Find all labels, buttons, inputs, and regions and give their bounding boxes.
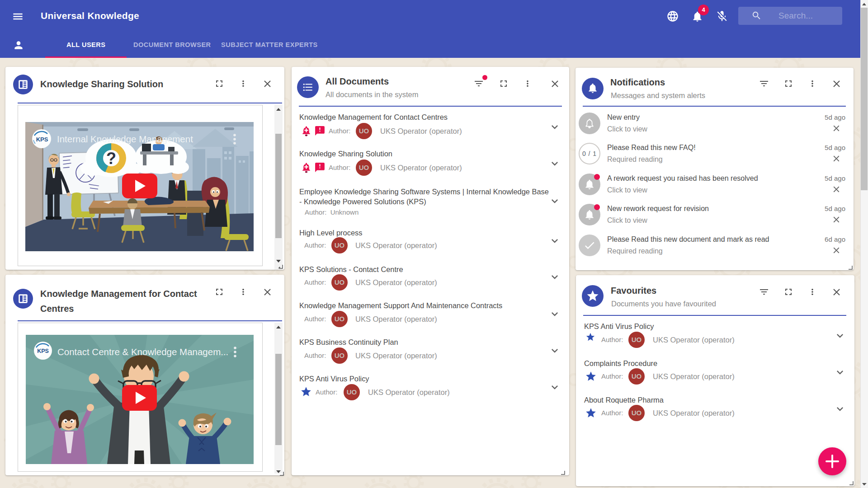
svg-text:?: ? — [106, 149, 116, 168]
svg-text:Internal Knowledge Management: Internal Knowledge Management — [57, 134, 193, 144]
svg-text:Contact Centre & Knowledge Man: Contact Centre & Knowledge Managem... — [57, 347, 228, 357]
svg-text:KPS: KPS — [36, 136, 48, 143]
svg-text:KPS: KPS — [37, 348, 49, 354]
